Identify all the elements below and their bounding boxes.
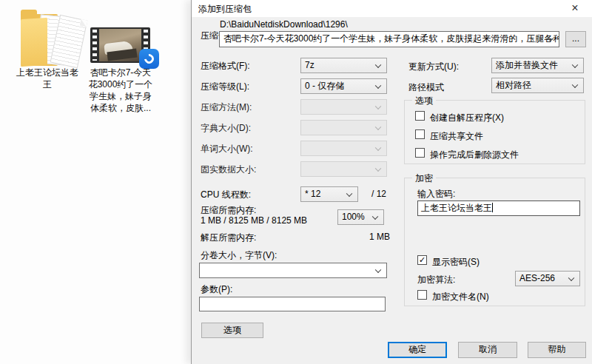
archive-name-value: 杏吧卡尔7-今天花3000约了一个学生妹，妹子身体柔软，皮肤摸起来滑滑的，压腿各… — [223, 33, 559, 44]
dictionary-label: 字典大小(D): — [201, 122, 251, 135]
archive-path: D:\BaiduNetdiskDownload\1296\ — [220, 19, 348, 30]
format-label: 压缩格式(F): — [201, 60, 250, 73]
chevron-down-icon[interactable] — [572, 81, 578, 87]
cpu-threads-select[interactable]: * 12 — [300, 186, 358, 202]
chevron-down-icon — [375, 124, 381, 129]
desktop: 上老王论坛当老 王 杏吧卡尔7-今天 花3000约了一个 学生妹，妹子身 体柔软… — [0, 0, 592, 364]
level-value: 0 - 仅存储 — [305, 81, 344, 91]
path-mode-value: 相对路径 — [496, 80, 531, 90]
solid-size-label: 固实数据大小: — [201, 164, 256, 176]
show-password-checkbox[interactable]: ✓ — [417, 255, 427, 265]
encrypt-names-label[interactable]: 加密文件名(N) — [432, 291, 489, 303]
dictionary-select — [300, 120, 387, 135]
chevron-down-icon — [375, 144, 381, 150]
solid-size-select — [300, 161, 387, 177]
level-label: 压缩等级(L): — [201, 81, 249, 93]
chevron-down-icon[interactable] — [346, 190, 352, 196]
encryption-method-value: AES-256 — [519, 273, 555, 283]
password-input[interactable]: 上老王论坛当老王 — [417, 200, 580, 216]
update-mode-label: 更新方式(U): — [408, 61, 459, 73]
browse-button[interactable]: ... — [565, 31, 586, 47]
chevron-down-icon[interactable] — [375, 61, 381, 67]
encryption-group-title: 加密 — [412, 172, 436, 185]
chevron-down-icon[interactable] — [375, 266, 381, 272]
path-mode-select[interactable]: 相对路径 — [491, 78, 584, 93]
cpu-threads-total: / 12 — [371, 189, 386, 199]
update-mode-value: 添加并替换文件 — [496, 60, 558, 70]
format-value: 7z — [305, 60, 314, 70]
volume-size-combobox[interactable] — [199, 263, 387, 278]
check-icon: ✓ — [419, 255, 426, 264]
chevron-down-icon[interactable] — [375, 82, 381, 88]
chevron-down-icon[interactable] — [572, 61, 578, 67]
parameters-input[interactable] — [199, 297, 386, 311]
folder-icon[interactable] — [21, 10, 84, 69]
video-thumbnail — [99, 29, 141, 61]
sfx-checkbox[interactable] — [415, 111, 425, 121]
memory-usage-value: 1 MB / 8125 MB / 8125 MB — [201, 215, 307, 226]
password-label: 输入密码: — [417, 188, 455, 200]
update-mode-select[interactable]: 添加并替换文件 — [491, 58, 584, 73]
video-file-icon[interactable] — [90, 27, 150, 63]
parameters-label: 参数(P): — [201, 283, 232, 296]
ok-button[interactable]: 确定 — [388, 342, 447, 358]
encrypt-names-checkbox[interactable] — [417, 290, 427, 300]
folder-label[interactable]: 上老王论坛当老 王 — [6, 67, 89, 90]
volume-size-label: 分卷大小，字节(V): — [201, 249, 277, 262]
memory-percent-value: 100% — [342, 212, 365, 222]
help-button[interactable]: 帮助 — [528, 342, 586, 358]
text-cursor — [492, 203, 493, 212]
shared-files-checkbox[interactable] — [415, 129, 425, 139]
archive-name-combobox[interactable]: 杏吧卡尔7-今天花3000约了一个学生妹，妹子身体柔软，皮肤摸起来滑滑的，压腿各… — [219, 31, 559, 47]
cancel-button[interactable]: 取消 — [458, 342, 517, 358]
video-label[interactable]: 杏吧卡尔7-今天 花3000约了一个 学生妹，妹子身 体柔软，皮肤... — [83, 67, 158, 114]
options-group-title: 选项 — [412, 95, 436, 107]
cpu-threads-value: * 12 — [305, 189, 320, 199]
filmstrip-holes — [92, 30, 97, 61]
delete-after-checkbox[interactable] — [415, 148, 425, 158]
level-select[interactable]: 0 - 仅存储 — [300, 78, 387, 94]
word-size-select — [300, 141, 387, 156]
close-icon[interactable]: × — [567, 1, 583, 16]
decompress-memory-value: 1 MB — [369, 232, 390, 242]
method-label: 压缩方法(M): — [201, 101, 252, 114]
media-player-badge-icon — [139, 49, 159, 69]
folder-front — [21, 18, 47, 67]
dialog-titlebar[interactable]: 添加到压缩包 × — [192, 0, 592, 17]
password-value: 上老王论坛当老王 — [421, 203, 492, 213]
memory-percent-select[interactable]: 100% — [337, 209, 384, 225]
chevron-down-icon[interactable] — [568, 274, 574, 280]
decompress-memory-label: 解压所需内存: — [201, 232, 256, 244]
chevron-down-icon — [375, 103, 381, 109]
word-size-label: 单词大小(W): — [201, 143, 253, 155]
options-button[interactable]: 选项 — [201, 323, 263, 338]
circular-arrow-icon — [142, 52, 155, 65]
show-password-label[interactable]: 显示密码(S) — [432, 256, 480, 269]
shared-files-checkbox-label[interactable]: 压缩共享文件 — [430, 130, 483, 143]
add-to-archive-dialog: 添加到压缩包 × 压缩包(A) D:\BaiduNetdiskDownload\… — [191, 0, 592, 364]
dialog-title: 添加到压缩包 — [198, 3, 252, 16]
chevron-down-icon[interactable] — [372, 213, 378, 219]
encryption-method-select[interactable]: AES-256 — [515, 271, 580, 286]
delete-after-checkbox-label[interactable]: 操作完成后删除源文件 — [430, 149, 519, 161]
chevron-down-icon — [375, 165, 381, 171]
path-mode-label: 路径模式 — [408, 81, 444, 94]
format-select[interactable]: 7z — [300, 58, 387, 73]
cpu-threads-label: CPU 线程数: — [201, 189, 251, 201]
sfx-checkbox-label[interactable]: 创建自解压程序(X) — [430, 112, 504, 124]
method-select — [300, 99, 387, 115]
dogear — [80, 19, 88, 27]
encryption-method-label: 加密算法: — [417, 274, 455, 286]
